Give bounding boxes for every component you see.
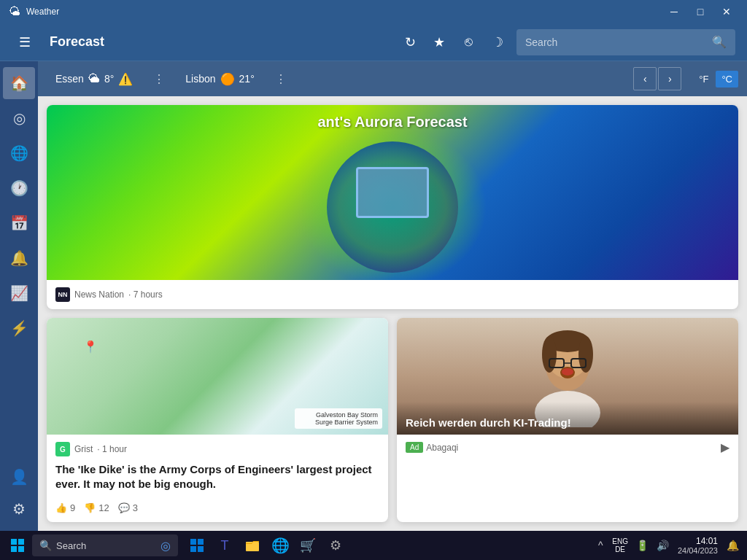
lisbon-temp: 21° [239,73,255,85]
hamburger-menu-button[interactable]: ☰ [12,29,38,55]
aurora-card-title[interactable]: Northern lights could be visible in US S… [47,302,738,309]
taskbar-app-teams[interactable]: T [212,532,238,559]
taskbar: 🔍 Search ◎ T 🌐 🛒 ⚙ ^ ENG [0,531,747,560]
taskbar-right: ^ ENG DE 🔋 🔊 14:01 24/04/2023 🔔 [592,536,741,555]
ike-source-name: Grist [74,444,93,454]
nav-back-button[interactable]: ‹ [633,67,657,90]
ad-background: Reich werden durch KI-Trading! [397,318,738,435]
ike-dike-title[interactable]: The 'Ike Dike' is the Army Corps of Engi… [47,456,388,497]
region-code: DE [612,545,628,553]
weather-icon: 🌤 [9,5,20,18]
aurora-background: ant's Aurora Forecast [47,105,738,280]
svg-rect-12 [18,539,24,545]
news-feed: ant's Aurora Forecast NN News Nation · 7… [38,96,747,531]
sidebar: 🏠 ◎ 🌐 🕐 📅 🔔 📈 ⚡ 👤 ⚙ [0,61,38,531]
location-essen[interactable]: Essen 🌥 8° ⚠️ [47,68,142,90]
thumbs-down-icon: 👎 [84,502,96,513]
taskbar-app-settings[interactable]: ⚙ [322,532,349,559]
sidebar-item-calendar[interactable]: 📅 [3,207,35,239]
tray-chevron[interactable]: ^ [592,537,609,554]
svg-rect-11 [11,539,17,545]
taskbar-app-edge[interactable]: 🌐 [267,532,293,559]
lisbon-weather-icon: 🟠 [220,72,235,86]
content-area: Essen 🌥 8° ⚠️ ⋮ Lisbon 🟠 21° ⋮ ‹ › °F °C [38,61,747,531]
essen-temp: 8° [104,73,114,85]
sidebar-item-account[interactable]: 👤 [3,461,35,493]
ad-title-text: Reich werden durch KI-Trading! [406,416,729,429]
taskbar-apps: T 🌐 🛒 ⚙ [184,532,349,559]
newsnation-icon: NN [55,287,70,302]
refresh-button[interactable]: ↻ [397,29,423,55]
ike-comment-button[interactable]: 💬 3 [118,502,138,513]
location-lisbon[interactable]: Lisbon 🟠 21° [177,68,263,90]
minimize-button[interactable]: ─ [662,0,686,23]
taskbar-app-store2[interactable]: 🛒 [295,532,321,559]
night-mode-button[interactable]: ☽ [484,29,511,55]
battery-icon[interactable]: 🔋 [634,537,651,554]
sidebar-item-home[interactable]: 🏠 [3,67,35,99]
ad-play-button[interactable]: ▶ [721,440,729,454]
maximize-button[interactable]: □ [689,0,712,23]
taskbar-search-icon: 🔍 [39,540,52,551]
ike-source-time: · 1 hour [97,444,127,454]
favorites-button[interactable]: ★ [426,29,452,55]
volume-icon[interactable]: 🔊 [654,537,672,554]
essen-weather-icon: 🌥 [88,72,100,85]
files-icon [245,539,260,552]
app-title: Weather [26,7,59,17]
system-clock[interactable]: 14:01 24/04/2023 [678,536,718,555]
close-button[interactable]: ✕ [715,0,738,23]
sidebar-item-maps[interactable]: 🌐 [3,137,35,169]
ad-overlay: Reich werden durch KI-Trading! [397,402,738,435]
ike-dike-card-image: 📍 Galveston Bay Storm Surge Barrier Syst… [47,318,388,435]
essen-label: Essen [55,73,84,85]
ike-dislike-button[interactable]: 👎 12 [84,502,109,513]
taskbar-app-files[interactable] [239,532,266,559]
notification-icon[interactable]: 🔔 [724,537,741,554]
aurora-card-image: ant's Aurora Forecast [47,105,738,280]
ike-like-button[interactable]: 👍 9 [55,502,75,513]
sidebar-item-radar[interactable]: ⚡ [3,312,35,344]
ad-trading-card: Reich werden durch KI-Trading! Ad Abagaq… [397,318,738,522]
title-bar-left: 🌤 Weather [9,5,59,18]
map-overlay-label: Galveston Bay Storm Surge Barrier System [295,408,382,429]
search-box[interactable]: 🔍 [516,29,735,55]
title-bar: 🌤 Weather ─ □ ✕ [0,0,747,23]
taskbar-search[interactable]: 🔍 Search ◎ [32,534,178,556]
svg-point-10 [562,368,573,376]
svg-rect-18 [198,546,204,552]
celsius-button[interactable]: °C [716,71,738,88]
clock-date: 24/04/2023 [678,546,718,555]
start-button[interactable] [6,534,29,557]
nav-forward-button[interactable]: › [658,67,681,90]
map-marker-icon: 📍 [83,340,98,354]
taskbar-search-text: Search [56,540,86,551]
sidebar-item-settings[interactable]: ⚙ [3,493,35,525]
sidebar-item-hourly[interactable]: 🕐 [3,172,35,204]
sidebar-item-charts[interactable]: 📈 [3,277,35,309]
share-button[interactable]: ⎋ [455,29,481,55]
ike-dislikes: 12 [98,502,109,513]
search-input[interactable] [525,36,712,48]
ike-dike-news-card: 📍 Galveston Bay Storm Surge Barrier Syst… [47,318,388,522]
sidebar-item-news[interactable]: ◎ [3,102,35,134]
main-layout: 🏠 ◎ 🌐 🕐 📅 🔔 📈 ⚡ 👤 ⚙ Essen 🌥 8° ⚠️ ⋮ Lisb… [0,61,747,531]
search-icon: 🔍 [712,35,727,49]
aurora-source-time: · 7 hours [128,289,163,300]
ad-card-image: Reich werden durch KI-Trading! [397,318,738,435]
svg-rect-14 [18,546,24,552]
aurora-card-source: NN News Nation · 7 hours [47,280,738,302]
page-title: Forecast [50,34,391,50]
thumbs-up-icon: 👍 [55,502,67,513]
ike-comments: 3 [133,502,138,513]
essen-warning-icon: ⚠️ [118,72,133,86]
taskbar-app-store[interactable] [184,532,210,559]
ike-dike-source: G Grist · 1 hour [47,435,388,456]
app-toolbar: ☰ Forecast ↻ ★ ⎋ ☽ 🔍 [0,23,747,61]
fahrenheit-button[interactable]: °F [693,71,714,88]
title-bar-controls: ─ □ ✕ [662,0,738,23]
lisbon-more-button[interactable]: ⋮ [269,69,293,89]
system-tray: ^ ENG DE 🔋 🔊 [592,537,672,554]
sidebar-item-alerts[interactable]: 🔔 [3,242,35,274]
essen-more-button[interactable]: ⋮ [147,69,171,89]
